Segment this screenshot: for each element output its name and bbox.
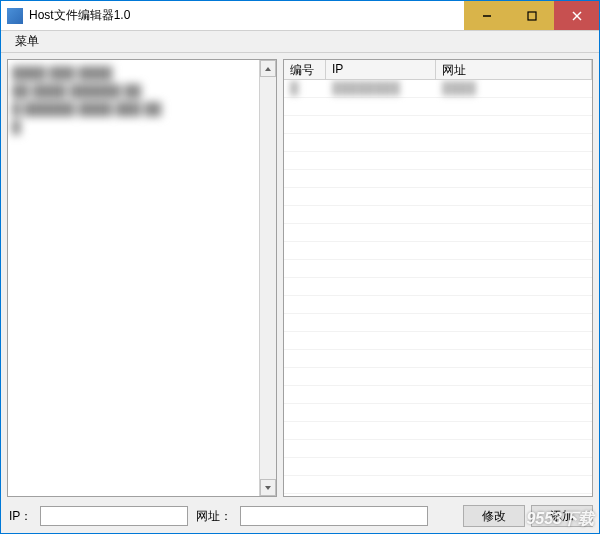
svg-rect-1: [528, 12, 536, 20]
column-header-number[interactable]: 编号: [284, 60, 326, 79]
titlebar: Host文件编辑器1.0: [1, 1, 599, 31]
menubar: 菜单: [1, 31, 599, 53]
table-row[interactable]: [284, 134, 592, 152]
table-row[interactable]: [284, 458, 592, 476]
cell-ip: ████████: [326, 80, 436, 97]
scroll-track[interactable]: [260, 77, 276, 479]
chevron-down-icon: [264, 485, 272, 491]
app-window: Host文件编辑器1.0 菜单 ████ ███ ████ ██ ████ ██…: [0, 0, 600, 534]
window-title: Host文件编辑器1.0: [29, 7, 464, 24]
minimize-icon: [482, 11, 492, 21]
ip-label: IP：: [7, 508, 34, 525]
table-row[interactable]: [284, 224, 592, 242]
main-panels: ████ ███ ████ ██ ████ ██████ ██ █ ██████…: [7, 59, 593, 497]
add-button[interactable]: 添加: [531, 505, 593, 527]
table-row[interactable]: [284, 296, 592, 314]
table-row[interactable]: [284, 350, 592, 368]
content-area: ████ ███ ████ ██ ████ ██████ ██ █ ██████…: [1, 53, 599, 533]
hosts-text-area[interactable]: ████ ███ ████ ██ ████ ██████ ██ █ ██████…: [8, 60, 259, 496]
table-row[interactable]: [284, 476, 592, 494]
table-row[interactable]: [284, 116, 592, 134]
right-panel: 编号 IP 网址 █ ████████ ████: [283, 59, 593, 497]
left-panel: ████ ███ ████ ██ ████ ██████ ██ █ ██████…: [7, 59, 277, 497]
modify-button[interactable]: 修改: [463, 505, 525, 527]
table-row[interactable]: [284, 422, 592, 440]
table-row[interactable]: [284, 278, 592, 296]
bottom-bar: IP： 网址： 修改 添加: [7, 497, 593, 527]
ip-input[interactable]: [40, 506, 188, 526]
table-row[interactable]: [284, 188, 592, 206]
table-row[interactable]: [284, 242, 592, 260]
minimize-button[interactable]: [464, 1, 509, 30]
cell-url: ████: [436, 80, 592, 97]
table-row[interactable]: █ ████████ ████: [284, 80, 592, 98]
url-label: 网址：: [194, 508, 234, 525]
maximize-icon: [527, 11, 537, 21]
vertical-scrollbar[interactable]: [259, 60, 276, 496]
table-row[interactable]: [284, 332, 592, 350]
close-icon: [572, 11, 582, 21]
column-header-url[interactable]: 网址: [436, 60, 592, 79]
table-row[interactable]: [284, 440, 592, 458]
table-row[interactable]: [284, 206, 592, 224]
menu-main[interactable]: 菜单: [7, 31, 47, 52]
table-row[interactable]: [284, 98, 592, 116]
window-controls: [464, 1, 599, 30]
table-row[interactable]: [284, 386, 592, 404]
scroll-down-button[interactable]: [260, 479, 276, 496]
table-header: 编号 IP 网址: [284, 60, 592, 80]
chevron-up-icon: [264, 66, 272, 72]
table-row[interactable]: [284, 152, 592, 170]
table-row[interactable]: [284, 314, 592, 332]
table-row[interactable]: [284, 404, 592, 422]
cell-number: █: [284, 80, 326, 97]
column-header-ip[interactable]: IP: [326, 60, 436, 79]
table-row[interactable]: [284, 260, 592, 278]
table-row[interactable]: [284, 368, 592, 386]
url-input[interactable]: [240, 506, 428, 526]
blurred-text: ████ ███ ████ ██ ████ ██████ ██ █ ██████…: [8, 60, 259, 140]
table-row[interactable]: [284, 170, 592, 188]
close-button[interactable]: [554, 1, 599, 30]
app-icon: [7, 8, 23, 24]
scroll-up-button[interactable]: [260, 60, 276, 77]
maximize-button[interactable]: [509, 1, 554, 30]
table-body[interactable]: █ ████████ ████: [284, 80, 592, 496]
